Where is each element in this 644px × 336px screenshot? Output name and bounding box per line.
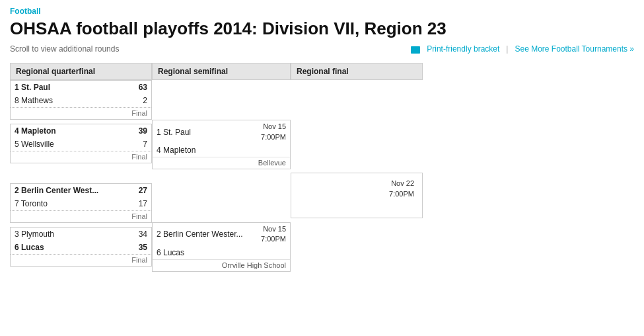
print-link[interactable]: Print-friendly bracket [427, 44, 499, 54]
qf-match-1: 1 St. Paul 63 8 Mathews 2 Final [10, 80, 152, 120]
sf-match-1: 1 St. Paul Nov 15 7:00PM 4 Mapleton Bell… [152, 120, 291, 169]
more-tournaments-link[interactable]: See More Football Tournaments » [515, 44, 634, 54]
qf-match-4: 3 Plymouth 34 6 Lucas 35 Final [10, 227, 152, 267]
breadcrumb[interactable]: Football [10, 7, 634, 16]
page-title: OHSAA football playoffs 2014: Division V… [10, 19, 634, 39]
final-match: Nov 22 7:00PM [291, 173, 423, 218]
scroll-hint: Scroll to view additional rounds [10, 44, 119, 54]
round-header-sf: Regional semifinal [152, 63, 291, 80]
round-header-f: Regional final [291, 63, 423, 80]
qf-match-3: 2 Berlin Center West... 27 7 Toronto 17 … [10, 183, 152, 223]
round-header-qf: Regional quarterfinal [10, 63, 152, 80]
sf-match-2: 2 Berlin Center Wester... Nov 15 7:00PM … [152, 222, 291, 272]
printer-icon [411, 46, 420, 54]
qf-match-2: 4 Mapleton 39 5 Wellsville 7 Final [10, 124, 152, 163]
